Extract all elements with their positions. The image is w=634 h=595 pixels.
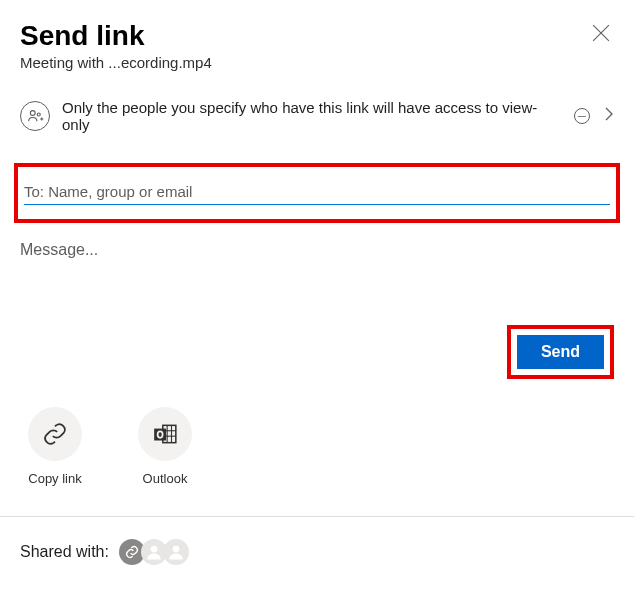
shared-with-row: Shared with:	[20, 517, 614, 565]
to-field-highlight	[14, 163, 620, 223]
person-icon	[145, 543, 163, 561]
copy-link-icon	[28, 407, 82, 461]
chevron-right-icon	[604, 107, 614, 125]
svg-point-3	[37, 113, 40, 116]
view-only-icon: ─	[574, 108, 590, 124]
shared-avatars[interactable]	[119, 539, 189, 565]
svg-point-2	[30, 111, 35, 116]
shared-person-avatar[interactable]	[163, 539, 189, 565]
copy-link-label: Copy link	[28, 471, 81, 486]
svg-point-13	[151, 546, 158, 553]
link-icon	[124, 544, 140, 560]
permissions-text: Only the people you specify who have thi…	[62, 99, 562, 133]
send-highlight: Send	[507, 325, 614, 379]
outlook-button[interactable]: Outlook	[130, 407, 200, 486]
svg-rect-11	[154, 429, 166, 441]
close-icon	[592, 24, 610, 42]
send-row: Send	[20, 325, 614, 379]
secondary-actions: Copy link Outlook	[20, 407, 614, 486]
send-link-dialog: Send link Meeting with ...ecording.mp4 O…	[0, 0, 634, 565]
outlook-label: Outlook	[143, 471, 188, 486]
outlook-icon	[138, 407, 192, 461]
to-input[interactable]	[24, 181, 610, 202]
people-icon	[20, 101, 50, 131]
person-icon	[167, 543, 185, 561]
file-name: Meeting with ...ecording.mp4	[20, 54, 614, 71]
link-permissions-row[interactable]: Only the people you specify who have thi…	[20, 99, 614, 133]
message-input[interactable]	[20, 241, 614, 265]
close-button[interactable]	[592, 24, 610, 42]
shared-with-label: Shared with:	[20, 543, 109, 561]
copy-link-button[interactable]: Copy link	[20, 407, 90, 486]
svg-point-14	[173, 546, 180, 553]
send-button[interactable]: Send	[517, 335, 604, 369]
to-field-wrap	[24, 181, 610, 205]
dialog-title: Send link	[20, 20, 614, 52]
